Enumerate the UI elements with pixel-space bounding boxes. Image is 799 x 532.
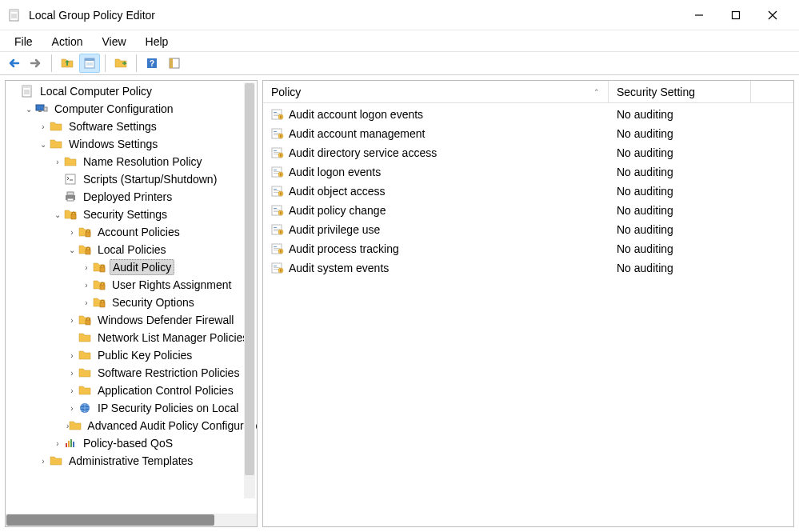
list-item[interactable]: Audit policy changeNo auditing — [263, 201, 793, 220]
list-item[interactable]: Audit account managementNo auditing — [263, 124, 793, 143]
list-item[interactable]: Audit system eventsNo auditing — [263, 258, 793, 278]
folder-icon — [78, 384, 92, 397]
policy-name: Audit logon events — [289, 166, 381, 178]
tree-pane: ›Local Computer Policy ⌄Computer Configu… — [5, 80, 258, 527]
menu-file[interactable]: File — [6, 34, 41, 50]
tree-public-key[interactable]: ›Public Key Policies — [6, 346, 257, 364]
tree-security-settings[interactable]: ⌄Security Settings — [6, 206, 257, 223]
folder-lock-icon — [63, 208, 78, 221]
folder-lock-icon — [92, 278, 106, 291]
tree-network-list[interactable]: ›Network List Manager Policies — [6, 329, 257, 346]
tree-root[interactable]: ›Local Computer Policy — [6, 82, 257, 100]
globe-icon — [78, 402, 92, 414]
policy-name: Audit system events — [289, 262, 389, 274]
policy-item-icon — [271, 262, 284, 274]
window-title: Local Group Policy Editor — [29, 9, 155, 22]
maximize-button[interactable] — [717, 3, 754, 27]
tree-scripts[interactable]: ›Scripts (Startup/Shutdown) — [6, 170, 257, 188]
tree-account-policies[interactable]: ›Account Policies — [6, 223, 257, 241]
tree-security-options[interactable]: ›Security Options — [6, 294, 257, 311]
properties-button[interactable] — [79, 54, 100, 73]
policy-setting: No auditing — [609, 127, 751, 140]
list-item[interactable]: Audit process trackingNo auditing — [263, 239, 793, 258]
list-item[interactable]: Audit logon eventsNo auditing — [263, 162, 793, 182]
forward-button[interactable] — [26, 54, 46, 73]
list-item[interactable]: Audit privilege useNo auditing — [263, 220, 793, 239]
policy-item-icon — [271, 127, 284, 140]
tree-audit-policy[interactable]: ›Audit Policy — [6, 258, 257, 276]
tree-software-settings[interactable]: ›Software Settings — [6, 118, 257, 135]
column-header-policy[interactable]: Policy ⌃ — [263, 81, 609, 102]
toolbar-divider — [51, 54, 52, 72]
list-item[interactable]: Audit object accessNo auditing — [263, 182, 793, 201]
tree-user-rights[interactable]: ›User Rights Assignment — [6, 276, 257, 294]
up-folder-button[interactable] — [57, 54, 78, 73]
policy-setting: No auditing — [609, 185, 751, 198]
folder-icon — [63, 155, 78, 168]
list-item[interactable]: Audit directory service accessNo auditin… — [263, 143, 793, 162]
tree-deployed-printers[interactable]: ›Deployed Printers — [6, 188, 257, 206]
script-icon — [63, 173, 78, 186]
tree-computer-configuration[interactable]: ⌄Computer Configuration — [6, 100, 257, 118]
policy-name: Audit account management — [289, 127, 425, 140]
list-body: Audit account logon eventsNo auditingAud… — [263, 103, 793, 279]
folder-icon — [69, 419, 82, 432]
list-item[interactable]: Audit account logon eventsNo auditing — [263, 105, 793, 124]
folder-icon — [78, 349, 92, 362]
policy-item-icon — [271, 166, 284, 178]
sort-indicator-icon: ⌃ — [593, 88, 600, 96]
policy-tree[interactable]: ›Local Computer Policy ⌄Computer Configu… — [6, 81, 257, 514]
minimize-button[interactable] — [681, 3, 717, 27]
back-button[interactable] — [3, 54, 24, 73]
policy-setting: No auditing — [609, 204, 751, 217]
policy-item-icon — [271, 108, 284, 121]
list-header: Policy ⌃ Security Setting — [263, 81, 793, 103]
tree-policy-qos[interactable]: ›Policy-based QoS — [6, 434, 257, 452]
folder-icon — [78, 366, 92, 379]
folder-icon — [49, 454, 63, 467]
svg-rect-32 — [85, 58, 94, 61]
close-button[interactable] — [754, 3, 791, 27]
policy-name: Audit account logon events — [289, 108, 423, 121]
policy-setting: No auditing — [609, 242, 751, 255]
menu-bar: File Action View Help — [0, 30, 799, 51]
tree-software-restriction[interactable]: ›Software Restriction Policies — [6, 364, 257, 382]
toolbar — [0, 51, 799, 75]
notepad-icon — [20, 85, 34, 98]
folder-lock-icon — [92, 296, 106, 309]
policy-name: Audit policy change — [289, 204, 386, 217]
folder-icon — [78, 331, 92, 344]
help-button[interactable] — [142, 54, 162, 73]
policy-name: Audit privilege use — [289, 223, 380, 236]
tree-app-control[interactable]: ›Application Control Policies — [6, 382, 257, 399]
policy-setting: No auditing — [609, 108, 751, 121]
tree-advanced-audit[interactable]: ›Advanced Audit Policy Configuration — [6, 417, 257, 434]
menu-view[interactable]: View — [94, 34, 134, 50]
folder-icon — [49, 120, 63, 133]
column-header-setting[interactable]: Security Setting — [609, 81, 751, 102]
folder-lock-icon — [78, 314, 92, 326]
printer-icon — [63, 190, 78, 203]
work-area: ›Local Computer Policy ⌄Computer Configu… — [0, 75, 799, 532]
folder-lock-icon — [78, 243, 92, 256]
tree-admin-templates[interactable]: ›Administrative Templates — [6, 452, 257, 470]
policy-name: Audit object access — [289, 185, 386, 198]
export-button[interactable] — [110, 54, 131, 73]
tree-horizontal-scrollbar[interactable] — [6, 514, 257, 526]
policy-item-icon — [271, 223, 284, 236]
menu-action[interactable]: Action — [44, 34, 91, 50]
tree-windows-settings[interactable]: ⌄Windows Settings — [6, 135, 257, 153]
menu-help[interactable]: Help — [138, 34, 177, 50]
policy-setting: No auditing — [609, 262, 751, 274]
show-pane-button[interactable] — [164, 54, 185, 73]
tree-defender-firewall[interactable]: ›Windows Defender Firewall — [6, 311, 257, 329]
app-icon — [8, 9, 21, 22]
policy-name: Audit process tracking — [289, 242, 399, 255]
tree-vertical-scrollbar[interactable] — [244, 82, 255, 498]
policy-setting: No auditing — [609, 146, 751, 159]
folder-icon — [49, 138, 63, 150]
tree-name-resolution[interactable]: ›Name Resolution Policy — [6, 153, 257, 170]
policy-item-icon — [271, 204, 284, 217]
tree-local-policies[interactable]: ⌄Local Policies — [6, 241, 257, 258]
tree-ip-security[interactable]: ›IP Security Policies on Local — [6, 399, 257, 417]
